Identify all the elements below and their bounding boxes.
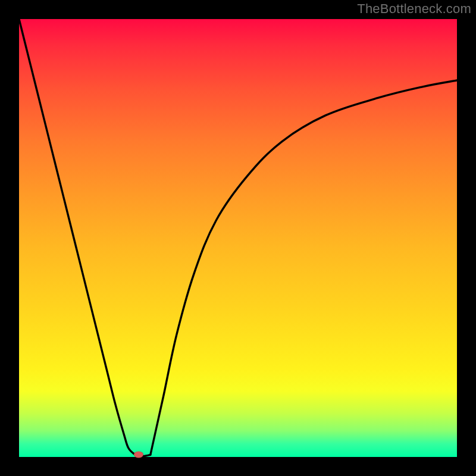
series-left-branch — [19, 19, 135, 455]
plot-area — [19, 19, 457, 457]
minimum-marker — [134, 451, 143, 458]
chart-container: TheBottleneck.com — [0, 0, 476, 476]
source-label: TheBottleneck.com — [357, 1, 471, 17]
series-right-branch — [151, 80, 457, 455]
chart-curve — [19, 19, 457, 457]
